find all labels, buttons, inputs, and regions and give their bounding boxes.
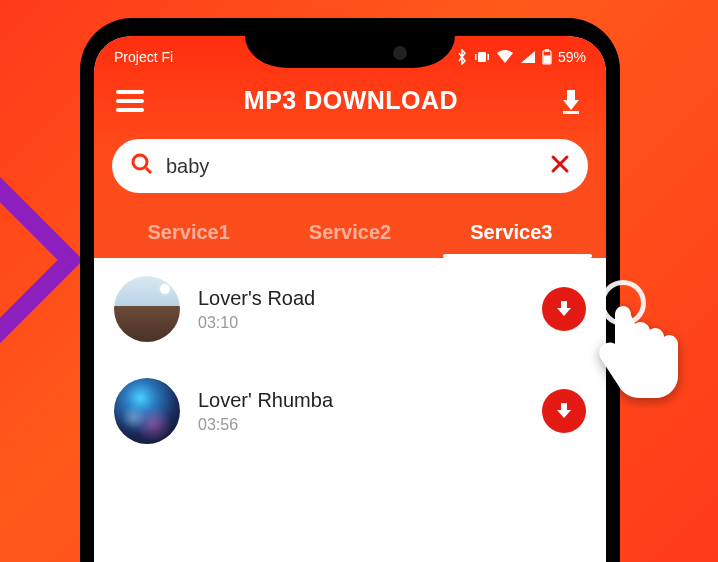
track-duration: 03:56 — [198, 416, 524, 434]
bluetooth-icon — [456, 49, 468, 65]
search-input[interactable] — [166, 155, 538, 178]
battery-percent: 59% — [558, 49, 586, 65]
background-diamond-decoration — [0, 147, 83, 373]
svg-rect-0 — [478, 52, 486, 62]
svg-rect-12 — [561, 301, 567, 308]
download-button[interactable] — [542, 287, 586, 331]
download-icon — [553, 298, 575, 320]
list-item[interactable]: Lover' Rhumba 03:56 — [94, 360, 606, 462]
phone-frame: Project Fi 59% MP3 DOWNLOAD — [80, 18, 620, 562]
search-bar[interactable] — [112, 139, 588, 193]
track-thumbnail — [114, 276, 180, 342]
download-button[interactable] — [542, 389, 586, 433]
svg-rect-2 — [487, 54, 489, 60]
svg-rect-7 — [563, 111, 579, 114]
tab-service3[interactable]: Service3 — [431, 211, 592, 258]
top-nav: MP3 DOWNLOAD — [94, 72, 606, 125]
tabs: Service1 Service2 Service3 — [94, 211, 606, 258]
track-title: Lover' Rhumba — [198, 389, 524, 412]
search-wrap — [94, 125, 606, 211]
track-info: Lover' Rhumba 03:56 — [198, 389, 524, 434]
phone-notch — [245, 36, 455, 68]
svg-point-8 — [133, 155, 147, 169]
downloads-button[interactable] — [558, 88, 584, 114]
app-title: MP3 DOWNLOAD — [244, 86, 458, 115]
clear-search-button[interactable] — [550, 152, 570, 180]
track-duration: 03:10 — [198, 314, 524, 332]
list-item[interactable]: Lover's Road 03:10 — [94, 258, 606, 360]
results-list: Lover's Road 03:10 Lover' Rhumba 03:56 — [94, 258, 606, 462]
download-icon — [553, 400, 575, 422]
track-thumbnail — [114, 378, 180, 444]
track-title: Lover's Road — [198, 287, 524, 310]
svg-rect-4 — [545, 50, 548, 52]
status-right: 59% — [456, 49, 586, 65]
app-header: Project Fi 59% MP3 DOWNLOAD — [94, 36, 606, 258]
svg-line-9 — [146, 168, 151, 173]
svg-rect-6 — [567, 90, 575, 100]
svg-rect-13 — [561, 403, 567, 410]
wifi-icon — [496, 50, 514, 64]
carrier-label: Project Fi — [114, 49, 173, 65]
track-info: Lover's Road 03:10 — [198, 287, 524, 332]
vibrate-icon — [474, 50, 490, 64]
tab-service2[interactable]: Service2 — [269, 211, 430, 258]
signal-icon — [520, 50, 536, 64]
svg-rect-1 — [475, 54, 477, 60]
svg-rect-5 — [544, 56, 550, 63]
search-icon — [130, 152, 154, 180]
tab-service1[interactable]: Service1 — [108, 211, 269, 258]
menu-button[interactable] — [116, 90, 144, 112]
battery-icon — [542, 49, 552, 65]
phone-screen: Project Fi 59% MP3 DOWNLOAD — [94, 36, 606, 562]
